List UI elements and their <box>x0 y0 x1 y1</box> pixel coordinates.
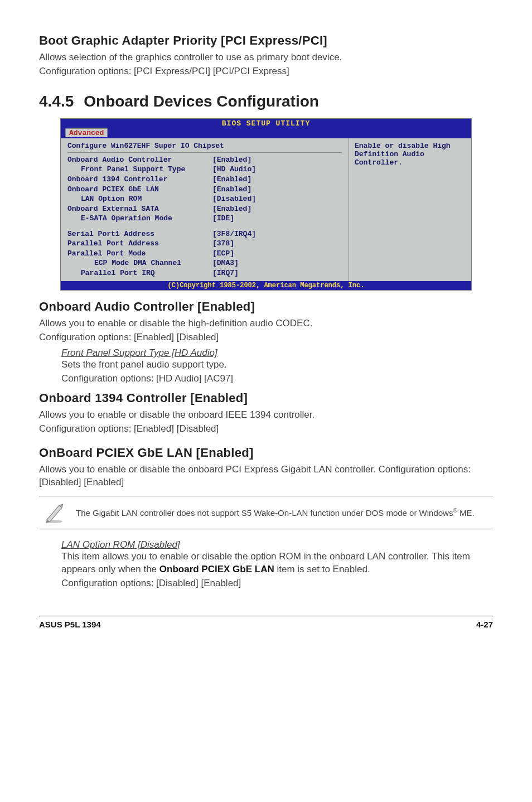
bios-value: [Enabled] <box>212 185 252 195</box>
text: Allows you to enable or disable the onbo… <box>39 409 493 422</box>
bios-row[interactable]: Onboard 1394 Controller[Enabled] <box>67 175 342 185</box>
text: Allows selection of the graphics control… <box>39 51 493 64</box>
heading-pciex-lan: OnBoard PCIEX GbE LAN [Enabled] <box>39 446 493 460</box>
page-footer: ASUS P5L 1394 4-27 <box>39 616 493 629</box>
bios-subheading: Configure Win627EHF Super IO Chipset <box>67 142 342 153</box>
bios-label: Onboard Audio Controller <box>67 155 212 165</box>
bios-row[interactable]: Parallel Port IRQ[IRQ7] <box>67 268 342 278</box>
bios-label: LAN Option ROM <box>67 194 212 204</box>
bios-label: Onboard 1394 Controller <box>67 175 212 185</box>
bios-label: Front Panel Support Type <box>67 165 212 175</box>
bios-help-pane: Enable or disable High Definition Audio … <box>349 138 471 282</box>
note-pen-icon <box>42 501 66 524</box>
bios-label: Onboard PCIEX GbE LAN <box>67 185 212 195</box>
bios-label: Parallel Port IRQ <box>67 268 212 278</box>
bios-screenshot: BIOS SETUP UTILITY Advanced Configure Wi… <box>60 118 472 291</box>
bios-label: Parallel Port Mode <box>67 249 212 259</box>
bios-value: [3F8/IRQ4] <box>212 229 256 239</box>
bios-label: Parallel Port Address <box>67 239 212 249</box>
bios-row[interactable]: E-SATA Operation Mode[IDE] <box>67 214 342 224</box>
bios-row[interactable]: ECP Mode DMA Channel[DMA3] <box>67 258 342 268</box>
text: Configuration options: [Enabled] [Disabl… <box>39 423 493 436</box>
bios-row[interactable]: Onboard PCIEX GbE LAN[Enabled] <box>67 185 342 195</box>
bios-row[interactable]: LAN Option ROM[Disabled] <box>67 194 342 204</box>
bios-left-pane: Configure Win627EHF Super IO Chipset Onb… <box>61 138 349 282</box>
bios-row[interactable]: Parallel Port Mode[ECP] <box>67 249 342 259</box>
bios-value: [Enabled] <box>212 175 252 185</box>
text: Configuration options: [Disabled] [Enabl… <box>61 577 493 590</box>
footer-product: ASUS P5L 1394 <box>39 620 101 629</box>
heading-onboard-1394: Onboard 1394 Controller [Enabled] <box>39 391 493 405</box>
bios-tab-row: Advanced <box>61 128 471 138</box>
bios-value: [DMA3] <box>212 258 239 268</box>
subheading-lan-option-rom: LAN Option ROM [Disabled] <box>61 539 493 550</box>
bios-tab-advanced[interactable]: Advanced <box>65 128 108 137</box>
heading-text: Onboard Devices Configuration <box>84 93 319 110</box>
bios-row[interactable]: Onboard Audio Controller[Enabled] <box>67 155 342 165</box>
bios-row[interactable]: Onboard External SATA[Enabled] <box>67 204 342 214</box>
text: This item allows you to enable or disabl… <box>61 550 493 576</box>
bios-value: [IDE] <box>212 214 234 224</box>
bios-row[interactable]: Serial Port1 Address[3F8/IRQ4] <box>67 229 342 239</box>
note-text: The Gigabit LAN controller does not supp… <box>76 507 475 519</box>
footer-page-number: 4-27 <box>476 620 493 629</box>
text: Allows you to enable or disable the onbo… <box>39 463 493 489</box>
bios-label: Serial Port1 Address <box>67 229 212 239</box>
bold-text: Onboard PCIEX GbE LAN <box>159 564 274 574</box>
bios-value: [Enabled] <box>212 155 252 165</box>
bios-value: [Disabled] <box>212 194 256 204</box>
bios-value: [HD Audio] <box>212 165 256 175</box>
text: Configuration options: [Enabled] [Disabl… <box>39 331 493 344</box>
heading-onboard-audio: Onboard Audio Controller [Enabled] <box>39 299 493 314</box>
bios-label: E-SATA Operation Mode <box>67 214 212 224</box>
bios-copyright: (C)Copyright 1985-2002, American Megatre… <box>61 281 471 290</box>
bios-value: [Enabled] <box>212 204 252 214</box>
text: Allows you to enable or disable the high… <box>39 317 493 330</box>
bios-value: [378] <box>212 239 234 249</box>
bios-value: [IRQ7] <box>212 268 239 278</box>
bios-row[interactable]: Parallel Port Address[378] <box>67 239 342 249</box>
heading-number: 4.4.5 <box>39 93 74 110</box>
bios-label: Onboard External SATA <box>67 204 212 214</box>
text: Configuration options: [PCI Express/PCI]… <box>39 65 493 78</box>
heading-boot-graphic: Boot Graphic Adapter Priority [PCI Expre… <box>39 33 493 48</box>
bios-value: [ECP] <box>212 249 234 259</box>
heading-onboard-devices: 4.4.5Onboard Devices Configuration <box>39 93 493 110</box>
note-box: The Gigabit LAN controller does not supp… <box>39 496 493 529</box>
text: Sets the front panel audio support type. <box>61 359 493 371</box>
subheading-front-panel: Front Panel Support Type [HD Audio] <box>61 347 493 359</box>
bios-row[interactable]: Front Panel Support Type[HD Audio] <box>67 165 342 175</box>
bios-title: BIOS SETUP UTILITY <box>61 119 471 128</box>
bios-label: ECP Mode DMA Channel <box>67 258 212 268</box>
text: Configuration options: [HD Audio] [AC97] <box>61 373 493 385</box>
